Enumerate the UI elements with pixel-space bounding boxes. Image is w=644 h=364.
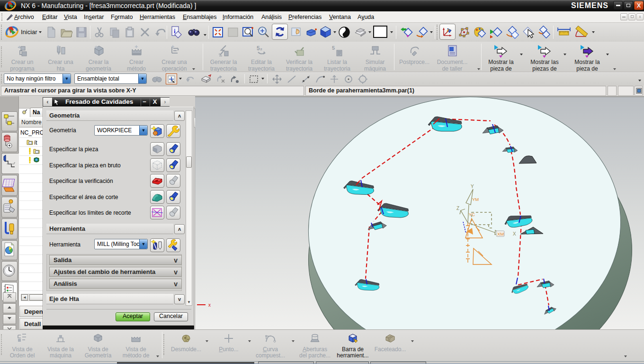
svg-text:XM: XM bbox=[497, 231, 504, 237]
svg-text:5₂: 5₂ bbox=[257, 45, 262, 52]
svg-text:x: x bbox=[208, 302, 211, 308]
svg-text:X: X bbox=[513, 231, 516, 237]
svg-text:Z: Z bbox=[456, 206, 459, 211]
svg-text:YM: YM bbox=[472, 197, 479, 202]
svg-text:YC: YC bbox=[469, 212, 475, 217]
svg-text:5: 5 bbox=[332, 45, 335, 51]
svg-text:Y: Y bbox=[471, 184, 474, 189]
svg-text:i: i bbox=[174, 27, 176, 35]
